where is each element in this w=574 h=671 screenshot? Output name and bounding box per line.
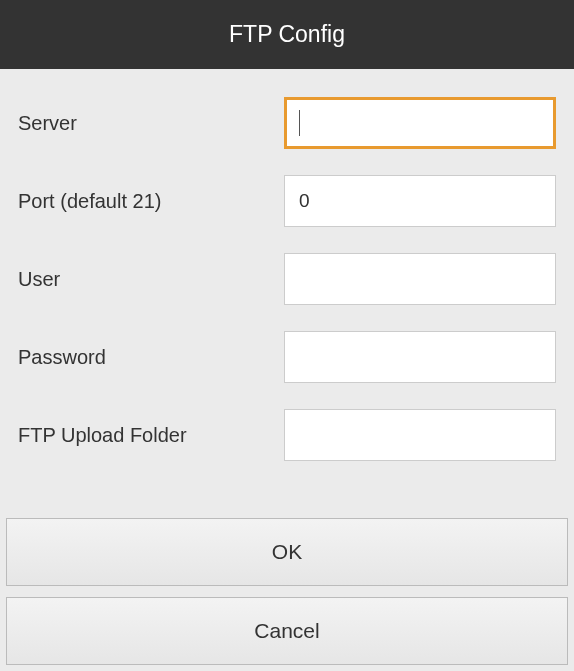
server-input[interactable] [284, 97, 556, 149]
cancel-button-label: Cancel [254, 619, 319, 643]
upload-folder-row: FTP Upload Folder [18, 409, 556, 461]
port-input-wrapper [284, 175, 556, 227]
port-row: Port (default 21) [18, 175, 556, 227]
ok-button-label: OK [272, 540, 302, 564]
text-cursor-icon [299, 110, 300, 136]
port-input[interactable] [284, 175, 556, 227]
password-input-wrapper [284, 331, 556, 383]
user-input[interactable] [284, 253, 556, 305]
dialog-title: FTP Config [229, 21, 345, 48]
user-input-wrapper [284, 253, 556, 305]
form-container: Server Port (default 21) User Password F… [0, 69, 574, 497]
cancel-button[interactable]: Cancel [6, 597, 568, 665]
password-row: Password [18, 331, 556, 383]
upload-folder-input-wrapper [284, 409, 556, 461]
server-row: Server [18, 97, 556, 149]
port-label: Port (default 21) [18, 190, 284, 213]
server-input-wrapper [284, 97, 556, 149]
user-label: User [18, 268, 284, 291]
ok-button[interactable]: OK [6, 518, 568, 586]
dialog-header: FTP Config [0, 0, 574, 69]
user-row: User [18, 253, 556, 305]
password-label: Password [18, 346, 284, 369]
server-label: Server [18, 112, 284, 135]
upload-folder-label: FTP Upload Folder [18, 424, 284, 447]
password-input[interactable] [284, 331, 556, 383]
upload-folder-input[interactable] [284, 409, 556, 461]
button-container: OK Cancel [0, 518, 574, 671]
